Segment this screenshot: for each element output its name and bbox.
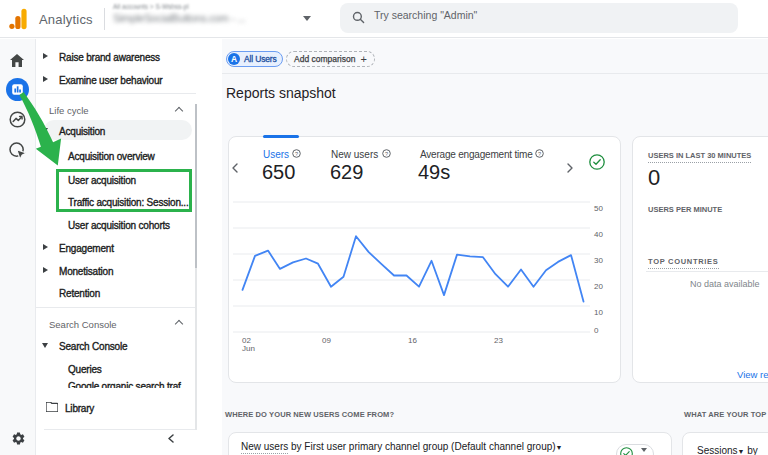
svg-text:50: 50 [594,204,603,213]
svg-text:?: ? [538,151,541,157]
svg-text:09: 09 [322,336,331,345]
svg-text:30: 30 [594,256,603,265]
svg-text:23: 23 [494,336,503,345]
svg-text:40: 40 [594,230,603,239]
svg-text:16: 16 [408,336,417,345]
svg-text:0: 0 [594,326,599,335]
svg-text:?: ? [385,151,388,157]
svg-text:20: 20 [594,282,603,291]
svg-text:?: ? [295,151,298,157]
svg-text:Jun: Jun [242,344,255,353]
svg-text:10: 10 [594,308,603,317]
